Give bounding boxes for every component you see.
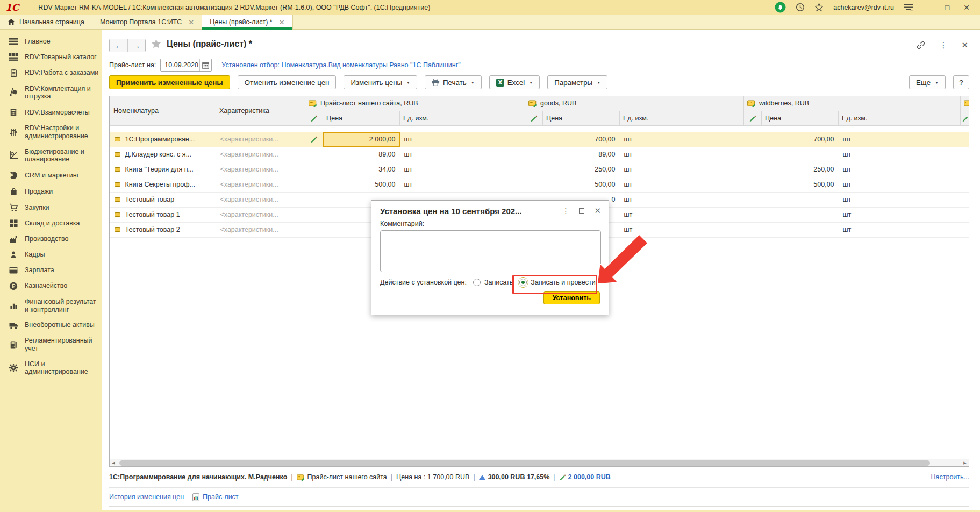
- price-history-link[interactable]: История изменения цен: [109, 493, 184, 501]
- cell-goods-unit[interactable]: шт: [620, 177, 744, 192]
- group-header-goods[interactable]: goods, RUB: [525, 96, 744, 111]
- calendar-icon[interactable]: [199, 59, 211, 71]
- pricelist-date-input[interactable]: 10.09.2020: [160, 59, 212, 72]
- notifications-icon[interactable]: [775, 2, 786, 13]
- dialog-maximize-button[interactable]: [579, 208, 584, 214]
- cell-characteristic[interactable]: <характеристики...: [216, 192, 305, 207]
- cell-site-unit[interactable]: шт: [400, 177, 525, 192]
- cancel-price-changes-button[interactable]: Отменить изменение цен: [238, 75, 337, 89]
- cell-wildberries-unit[interactable]: шт: [839, 162, 961, 177]
- window-close-button[interactable]: ✕: [962, 3, 971, 12]
- parameters-button[interactable]: Параметры▼: [547, 75, 607, 89]
- sidebar-item-finance[interactable]: Финансовый результат и контроллинг: [0, 294, 102, 318]
- dialog-kebab-icon[interactable]: ⋮: [562, 207, 569, 215]
- sidebar-item-assets[interactable]: Внеоборотные активы: [0, 317, 102, 333]
- sidebar-item-shipping[interactable]: RDV:Комплектация и отгрузка: [0, 81, 102, 105]
- comment-textarea[interactable]: [380, 230, 601, 272]
- cell-goods-price[interactable]: 500,00: [543, 177, 620, 192]
- pricelist-link[interactable]: Прайс-лист: [203, 493, 239, 501]
- cell-wildberries-price[interactable]: [762, 192, 839, 207]
- cell-wildberries-unit[interactable]: шт: [839, 177, 961, 192]
- table-row[interactable]: 1С:Программирован...<характеристики...2 …: [110, 132, 970, 147]
- sidebar-item-salary[interactable]: Зарплата: [0, 262, 102, 278]
- excel-button[interactable]: X Excel▼: [489, 75, 540, 89]
- page-kebab-icon[interactable]: ⋮: [939, 40, 947, 50]
- sidebar-item-main[interactable]: Главное: [0, 34, 102, 49]
- user-email[interactable]: achekarev@rdv-it.ru: [833, 4, 894, 11]
- scroll-right-button[interactable]: ▶: [961, 461, 969, 465]
- cell-wildberries-unit[interactable]: шт: [839, 222, 961, 237]
- cell-goods-unit[interactable]: шт: [620, 147, 744, 162]
- cell-characteristic[interactable]: <характеристики...: [216, 147, 305, 162]
- table-row[interactable]: Книга Секреты проф...<характеристики...5…: [110, 177, 970, 192]
- cell-wildberries-price[interactable]: 250,00: [762, 162, 839, 177]
- cell-goods-unit[interactable]: шт: [620, 207, 744, 222]
- cell-nomenclature[interactable]: Тестовый товар: [110, 192, 216, 207]
- cell-site-price-selected[interactable]: 2 000,00: [323, 132, 400, 147]
- header-price[interactable]: Цена: [323, 111, 400, 125]
- tab-monitor[interactable]: Монитор Портала 1С:ИТС ✕: [92, 15, 202, 29]
- cell-goods-unit[interactable]: шт: [620, 132, 744, 147]
- favorite-star-icon[interactable]: [151, 38, 162, 49]
- cell-characteristic[interactable]: <характеристики...: [216, 222, 305, 237]
- radio-write[interactable]: Записать: [473, 279, 513, 286]
- sidebar-item-sales[interactable]: Продажи: [0, 183, 102, 200]
- sidebar-item-product-catalog[interactable]: RDV:Товарный каталог: [0, 49, 102, 65]
- sidebar-item-orders[interactable]: RDV:Работа с заказами: [0, 65, 102, 81]
- cell-wildberries-price[interactable]: [762, 207, 839, 222]
- sidebar-item-regulated-accounting[interactable]: Регламентированный учет: [0, 333, 102, 357]
- cell-site-price[interactable]: 34,00: [323, 162, 400, 177]
- cell-nomenclature[interactable]: Книга Секреты проф...: [110, 177, 216, 192]
- sidebar-item-treasury[interactable]: Казначейство: [0, 278, 102, 294]
- cell-site-unit[interactable]: шт: [400, 147, 525, 162]
- header-unit[interactable]: Ед. изм.: [839, 111, 961, 125]
- cell-wildberries-price[interactable]: 700,00: [762, 132, 839, 147]
- apply-prices-button[interactable]: Применить измененные цены: [109, 75, 230, 89]
- print-button[interactable]: Печать▼: [425, 75, 482, 89]
- forward-button[interactable]: →: [127, 39, 145, 52]
- sidebar-item-nsi-admin[interactable]: НСИ и администрирование: [0, 357, 102, 380]
- tab-close-icon[interactable]: ✕: [188, 18, 194, 26]
- tab-home[interactable]: Начальная страница: [0, 15, 92, 29]
- group-header-site[interactable]: Прайс-лист нашего сайта, RUB: [305, 96, 525, 111]
- configure-link[interactable]: Настроить...: [931, 473, 970, 481]
- cell-wildberries-price[interactable]: 500,00: [762, 177, 839, 192]
- cell-goods-unit[interactable]: шт: [620, 162, 744, 177]
- cell-site-price[interactable]: 89,00: [323, 147, 400, 162]
- cell-characteristic[interactable]: <характеристики...: [216, 162, 305, 177]
- table-row[interactable]: Книга "Теория для п...<характеристики...…: [110, 162, 970, 177]
- cell-site-unit[interactable]: шт: [400, 132, 525, 147]
- cell-characteristic[interactable]: <характеристики...: [216, 177, 305, 192]
- header-unit[interactable]: Ед. изм.: [620, 111, 744, 125]
- cell-nomenclature[interactable]: Д.Клаудер конс. с я...: [110, 147, 216, 162]
- cell-wildberries-unit[interactable]: шт: [839, 132, 961, 147]
- scroll-left-button[interactable]: ◀: [110, 461, 117, 465]
- table-row[interactable]: Д.Клаудер конс. с я...<характеристики...…: [110, 147, 970, 162]
- cell-wildberries-unit[interactable]: шт: [839, 207, 961, 222]
- sidebar-item-crm[interactable]: CRM и маркетинг: [0, 167, 102, 183]
- header-characteristic[interactable]: Характеристика: [216, 96, 305, 125]
- horizontal-scrollbar[interactable]: ◀ ▶: [110, 459, 969, 466]
- cell-nomenclature[interactable]: Тестовый товар 1: [110, 207, 216, 222]
- cell-nomenclature[interactable]: 1С:Программирован...: [110, 132, 216, 147]
- cell-goods-price[interactable]: 700,00: [543, 132, 620, 147]
- cell-characteristic[interactable]: <характеристики...: [216, 132, 305, 147]
- cell-wildberries-unit[interactable]: шт: [839, 147, 961, 162]
- back-button[interactable]: ←: [110, 39, 127, 52]
- sidebar-item-settlements[interactable]: RDV:Взаиморасчеты: [0, 104, 102, 120]
- cell-goods-price[interactable]: 89,00: [543, 147, 620, 162]
- tab-prices[interactable]: Цены (прайс-лист) * ✕: [202, 15, 292, 29]
- sidebar-item-warehouse[interactable]: Склад и доставка: [0, 216, 102, 231]
- sidebar-item-settings-admin[interactable]: RDV:Настройки и администрирование: [0, 120, 102, 144]
- history-icon[interactable]: [796, 3, 805, 12]
- radio-circle[interactable]: [473, 279, 481, 286]
- cell-characteristic[interactable]: <характеристики...: [216, 207, 305, 222]
- page-close-icon[interactable]: ✕: [961, 40, 968, 50]
- maximize-button[interactable]: □: [942, 3, 952, 12]
- service-menu-icon[interactable]: [904, 4, 913, 11]
- sidebar-item-purchases[interactable]: Закупки: [0, 200, 102, 216]
- get-link-icon[interactable]: [916, 41, 925, 50]
- sidebar-item-hr[interactable]: Кадры: [0, 247, 102, 262]
- header-nomenclature[interactable]: Номенклатура: [110, 96, 216, 125]
- favorites-star-icon[interactable]: [814, 3, 824, 12]
